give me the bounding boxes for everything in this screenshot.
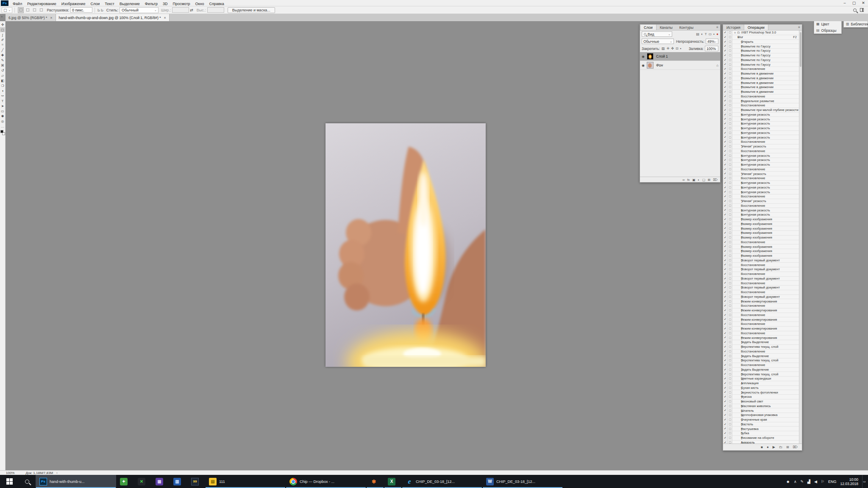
- expand-icon[interactable]: ❯: [732, 90, 741, 93]
- dialog-toggle[interactable]: [728, 144, 732, 149]
- expand-icon[interactable]: ❯: [732, 373, 741, 376]
- dialog-toggle[interactable]: [728, 117, 732, 121]
- dialog-toggle[interactable]: [728, 381, 732, 385]
- actions-scrollbar[interactable]: [799, 30, 802, 444]
- action-step-row[interactable]: ✓ ❯ Зернистость фотопленки: [723, 390, 802, 395]
- dialog-toggle[interactable]: [728, 327, 732, 331]
- close-button[interactable]: ✕: [859, 0, 868, 6]
- expand-icon[interactable]: ❯: [732, 355, 741, 358]
- action-step-row[interactable]: ✓ ❯ Поворот первый документ: [723, 267, 802, 272]
- dialog-toggle[interactable]: [728, 80, 732, 85]
- toggle-item-icon[interactable]: ✓: [723, 204, 728, 208]
- dialog-toggle[interactable]: [728, 103, 732, 108]
- toggle-item-icon[interactable]: ✓: [723, 113, 728, 117]
- dialog-toggle[interactable]: [728, 222, 732, 226]
- dialog-toggle[interactable]: [728, 427, 732, 431]
- toggle-item-icon[interactable]: ✓: [723, 354, 728, 358]
- expand-icon[interactable]: ❯: [732, 154, 741, 157]
- dialog-toggle[interactable]: [728, 149, 732, 153]
- lock-option-icon[interactable]: ⊡: [676, 47, 679, 50]
- expand-icon[interactable]: ❯: [732, 250, 741, 252]
- expand-icon[interactable]: ❯: [732, 118, 741, 121]
- zoom-tool[interactable]: ◎: [0, 119, 6, 124]
- expand-icon[interactable]: ❯: [732, 409, 741, 412]
- expand-icon[interactable]: ❯: [732, 309, 741, 312]
- new-set-icon[interactable]: 🗀: [779, 445, 782, 449]
- action-step-row[interactable]: ✓ ❯ Режим конвертирования: [723, 327, 802, 331]
- expand-icon[interactable]: ❯: [732, 45, 741, 48]
- toggle-item-icon[interactable]: ✓: [723, 422, 728, 427]
- action-step-row[interactable]: ✓ ❯ Контурная резкость: [723, 186, 802, 190]
- action-step-row[interactable]: ✓ ❯ Режим конвертирования: [723, 317, 802, 322]
- dialog-toggle[interactable]: [728, 336, 732, 340]
- dock-libraries-button[interactable]: ▥ Библиотеки: [844, 21, 868, 27]
- action-step-row[interactable]: ✓ ❯ Перспектива текущ. слой: [723, 372, 802, 377]
- toggle-item-icon[interactable]: ✓: [723, 144, 728, 149]
- dialog-toggle[interactable]: [728, 281, 732, 285]
- pen-icon[interactable]: ✎: [800, 480, 804, 484]
- subtract-selection-button[interactable]: [31, 7, 37, 13]
- action-step-row[interactable]: ✓ ❯ Размытие в движении: [723, 76, 802, 81]
- dialog-toggle[interactable]: [728, 204, 732, 208]
- expand-icon[interactable]: ❯: [732, 295, 741, 298]
- dialog-toggle[interactable]: [728, 408, 732, 413]
- toggle-item-icon[interactable]: ✓: [723, 386, 728, 390]
- action-step-row[interactable]: ✓ ❯ Размытие по Гауссу: [723, 44, 802, 49]
- move-tool[interactable]: ✜: [0, 22, 6, 27]
- toggle-item-icon[interactable]: ✓: [723, 80, 728, 85]
- action-step-row[interactable]: ✓ ❯ Размытие в движении: [723, 72, 802, 76]
- dialog-toggle[interactable]: [728, 258, 732, 263]
- expand-icon[interactable]: ❯: [732, 86, 741, 89]
- dialog-toggle[interactable]: [728, 431, 732, 435]
- toggle-item-icon[interactable]: ✓: [723, 286, 728, 290]
- toggle-item-icon[interactable]: ✓: [723, 90, 728, 94]
- dialog-toggle[interactable]: [728, 131, 732, 135]
- layer-name[interactable]: Слой 1: [656, 54, 668, 58]
- toggle-item-icon[interactable]: ✓: [723, 181, 728, 185]
- action-step-row[interactable]: ✓ Восстановление: [723, 272, 802, 277]
- opacity-input[interactable]: 49% ⌄: [706, 39, 718, 44]
- gradient-tool[interactable]: ◧: [0, 78, 6, 83]
- toggle-item-icon[interactable]: ✓: [723, 135, 728, 139]
- dialog-toggle[interactable]: [728, 53, 732, 58]
- dialog-toggle[interactable]: [728, 194, 732, 199]
- toggle-item-icon[interactable]: ✓: [723, 404, 728, 408]
- healing-brush-tool[interactable]: ✚: [0, 53, 6, 58]
- add-selection-button[interactable]: [25, 7, 31, 13]
- toggle-item-icon[interactable]: ✓: [723, 76, 728, 80]
- action-step-row[interactable]: ✓ ❯ Режим конвертирования: [723, 299, 802, 304]
- dialog-toggle[interactable]: [728, 108, 732, 112]
- expand-icon[interactable]: ❯: [732, 40, 741, 43]
- menu-item[interactable]: Выделение: [117, 2, 142, 6]
- toggle-item-icon[interactable]: ✓: [723, 153, 728, 158]
- toggle-item-icon[interactable]: ✓: [723, 122, 728, 126]
- toggle-item-icon[interactable]: ✓: [723, 85, 728, 89]
- width-input[interactable]: [172, 7, 189, 13]
- expand-icon[interactable]: ❯: [732, 318, 741, 321]
- dialog-toggle[interactable]: [728, 358, 732, 363]
- action-name[interactable]: Blur: [737, 35, 743, 39]
- eraser-tool[interactable]: ▱: [0, 73, 6, 78]
- swap-dimensions-icon[interactable]: ⇄: [190, 8, 193, 12]
- dialog-toggle[interactable]: [728, 263, 732, 267]
- expand-icon[interactable]: ❯: [732, 341, 741, 344]
- action-step-row[interactable]: ✓ ❯ Акварель: [723, 441, 802, 444]
- toggle-item-icon[interactable]: ✓: [723, 436, 728, 440]
- action-step-row[interactable]: ✓ Восстановление: [723, 313, 802, 318]
- toggle-item-icon[interactable]: ✓: [723, 240, 728, 244]
- layer-row-layer1[interactable]: ◉ Слой 1: [640, 52, 720, 61]
- toggle-item-icon[interactable]: ✓: [723, 40, 728, 44]
- toggle-item-icon[interactable]: ✓: [723, 295, 728, 299]
- expand-icon[interactable]: ❯: [732, 213, 741, 216]
- layers-footer-icon[interactable]: fx: [687, 178, 690, 182]
- action-set-row[interactable]: ✓ ∨ 🗀 iXBT Photoshop Test 3.0: [723, 30, 802, 35]
- expand-icon[interactable]: ❯: [732, 218, 741, 221]
- action-step-row[interactable]: ✓ ❯ Пастель: [723, 422, 802, 427]
- dialog-toggle[interactable]: [728, 217, 732, 222]
- expand-icon[interactable]: ❯: [732, 163, 741, 166]
- layer-name[interactable]: Фон: [656, 63, 663, 67]
- dialog-toggle[interactable]: [728, 345, 732, 349]
- history-brush-tool[interactable]: ↺: [0, 68, 6, 73]
- action-step-row[interactable]: ✓ Восстановление: [723, 363, 802, 368]
- toggle-item-icon[interactable]: ✓: [723, 281, 728, 285]
